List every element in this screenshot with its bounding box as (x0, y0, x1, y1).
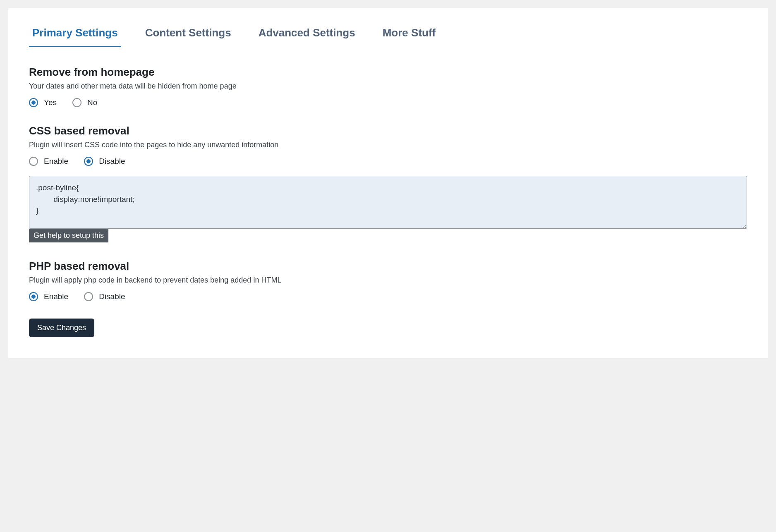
help-setup-button[interactable]: Get help to setup this (29, 229, 108, 242)
save-changes-button[interactable]: Save Changes (29, 319, 94, 337)
radio-icon (84, 292, 93, 301)
radio-css-disable[interactable]: Disable (84, 157, 125, 166)
radio-php-enable[interactable]: Enable (29, 292, 68, 301)
radio-css-enable[interactable]: Enable (29, 157, 68, 166)
radio-label: Enable (44, 157, 68, 166)
tab-more-stuff[interactable]: More Stuff (379, 21, 439, 47)
radio-label: Disable (99, 157, 125, 166)
tab-advanced-settings[interactable]: Advanced Settings (255, 21, 359, 47)
section-desc: Your dates and other meta data will be h… (29, 82, 747, 91)
radio-remove-home-yes[interactable]: Yes (29, 98, 57, 107)
css-code-textarea[interactable] (29, 176, 747, 229)
radio-group-remove-home: Yes No (29, 98, 747, 107)
radio-group-css-removal: Enable Disable (29, 157, 747, 166)
section-title: CSS based removal (29, 125, 747, 137)
radio-icon (84, 157, 93, 166)
section-remove-homepage: Remove from homepage Your dates and othe… (29, 66, 747, 107)
section-title: PHP based removal (29, 260, 747, 273)
radio-remove-home-no[interactable]: No (72, 98, 97, 107)
section-desc: Plugin will insert CSS code into the pag… (29, 141, 747, 149)
section-php-removal: PHP based removal Plugin will apply php … (29, 260, 747, 301)
radio-icon (72, 98, 81, 107)
section-desc: Plugin will apply php code in backend to… (29, 276, 747, 285)
tabs-bar: Primary Settings Content Settings Advanc… (29, 21, 747, 47)
section-css-removal: CSS based removal Plugin will insert CSS… (29, 125, 747, 242)
section-title: Remove from homepage (29, 66, 747, 79)
radio-label: Enable (44, 292, 68, 301)
settings-panel: Primary Settings Content Settings Advanc… (8, 8, 768, 358)
tab-content-settings[interactable]: Content Settings (142, 21, 235, 47)
radio-label: Disable (99, 292, 125, 301)
radio-icon (29, 98, 38, 107)
radio-icon (29, 292, 38, 301)
radio-label: Yes (44, 98, 57, 107)
radio-label: No (87, 98, 97, 107)
radio-php-disable[interactable]: Disable (84, 292, 125, 301)
radio-icon (29, 157, 38, 166)
tab-primary-settings[interactable]: Primary Settings (29, 21, 121, 47)
radio-group-php-removal: Enable Disable (29, 292, 747, 301)
